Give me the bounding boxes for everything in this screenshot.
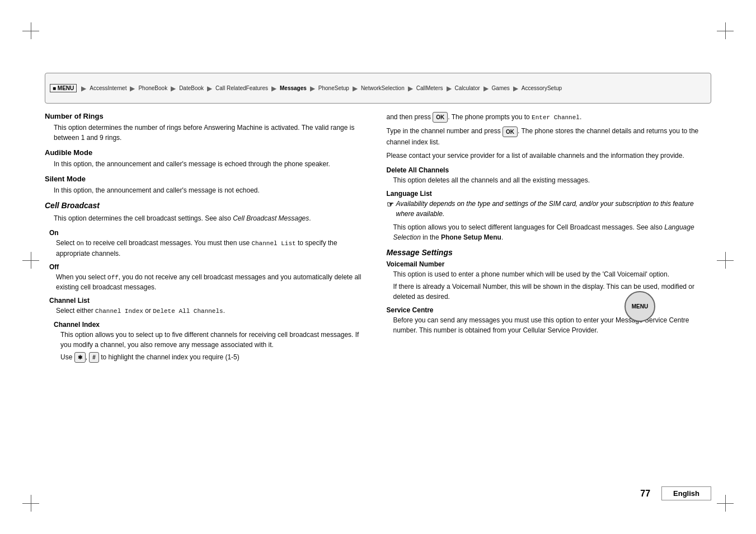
nav-arrow-10: ▶: [513, 85, 518, 92]
language-list-note: ☞ Availability depends on the type and s…: [387, 199, 712, 219]
note-icon: ☞: [387, 199, 394, 210]
audible-mode-title: Audible Mode: [45, 148, 370, 157]
section-on: On Select On to receive cell broadcast m…: [49, 229, 370, 259]
nav-menu-label: ■ MENU: [50, 84, 78, 92]
nav-messages[interactable]: Messages: [278, 84, 309, 93]
channel-index-note: Use ✱, # to highlight the channel index …: [60, 352, 370, 363]
continued-text-2: Type in the channel number and press OK.…: [387, 126, 712, 147]
left-column: Number of Rings This option determines t…: [45, 112, 370, 478]
section-silent-mode: Silent Mode In this option, the announce…: [45, 175, 370, 195]
menu-box: ■ MENU: [50, 84, 77, 92]
section-voicemail-number: Voicemail Number This option is used to …: [387, 260, 712, 302]
crosshair-top-left: [22, 22, 39, 39]
on-title: On: [49, 229, 370, 237]
section-language-list: Language List ☞ Availability depends on …: [387, 190, 712, 242]
channel-list-body: Select either Channel Index or Delete Al…: [56, 306, 370, 316]
voicemail-number-body2: If there is already a Voicemail Number, …: [393, 282, 712, 302]
audible-mode-body: In this option, the announcement and cal…: [54, 159, 370, 169]
service-centre-title: Service Centre: [387, 306, 712, 314]
cell-broadcast-intro: This option determines the cell broadcas…: [54, 213, 370, 223]
nav-arrow-5: ▶: [310, 85, 315, 92]
star-btn: ✱: [74, 352, 86, 363]
main-content: Number of Rings This option determines t…: [45, 112, 711, 478]
nav-arrow-1: ▶: [130, 85, 135, 92]
channel-list-title: Channel List: [49, 297, 370, 305]
crosshair-bot-right: [717, 495, 734, 512]
crosshair-top-right: [717, 22, 734, 39]
crosshair-mid-left: [22, 252, 39, 269]
language-list-note-text: Availability depends on the type and set…: [396, 199, 712, 219]
nav-calculator[interactable]: Calculator: [453, 84, 482, 93]
message-settings-title: Message Settings: [387, 248, 712, 257]
continued-text-3: Please contact your service provider for…: [387, 151, 712, 161]
delete-all-channels-title: Delete All Channels: [387, 166, 712, 174]
nav-arrow-3: ▶: [207, 85, 212, 92]
section-cell-broadcast: Cell Broadcast This option determines th…: [45, 201, 370, 363]
menu-button-illustration: MENU: [624, 291, 655, 322]
nav-phone-book[interactable]: PhoneBook: [136, 84, 170, 93]
nav-arrow-0: ▶: [81, 85, 86, 92]
nav-phone-setup[interactable]: PhoneSetup: [316, 84, 351, 93]
page-language: English: [673, 489, 699, 498]
nav-arrow-9: ▶: [483, 85, 489, 92]
voicemail-number-title: Voicemail Number: [387, 260, 712, 268]
nav-bar: ■ MENU ▶ AccessInternet ▶ PhoneBook ▶ Da…: [45, 73, 711, 104]
silent-mode-title: Silent Mode: [45, 175, 370, 183]
voicemail-number-body1: This option is used to enter a phone num…: [393, 269, 712, 279]
section-channel-list: Channel List Select either Channel Index…: [49, 297, 370, 316]
nav-arrow-2: ▶: [171, 85, 176, 92]
page-footer: 77 English: [640, 486, 711, 500]
off-title: Off: [49, 263, 370, 271]
language-list-body: This option allows you to select differe…: [393, 222, 712, 242]
silent-mode-body: In this option, the announcement and cal…: [54, 185, 370, 195]
section-audible-mode: Audible Mode In this option, the announc…: [45, 148, 370, 169]
cell-broadcast-title: Cell Broadcast: [45, 201, 370, 210]
off-body: When you select Off, you do not receive …: [56, 272, 370, 293]
section-service-centre: Service Centre Before you can send any m…: [387, 306, 712, 335]
crosshair-bot-left: [22, 495, 39, 512]
section-message-settings: Message Settings Voicemail Number This o…: [387, 248, 712, 335]
right-column: and then press OK. The phone prompts you…: [387, 112, 712, 478]
nav-call-related[interactable]: Call RelatedFeatures: [213, 84, 270, 93]
hash-btn: #: [89, 352, 99, 363]
nav-access-internet[interactable]: AccessInternet: [87, 84, 129, 93]
language-list-title: Language List: [387, 190, 712, 198]
nav-games[interactable]: Games: [490, 84, 512, 93]
ok-btn-1: OK: [433, 112, 448, 123]
nav-arrow-6: ▶: [353, 85, 358, 92]
number-of-rings-body: This option determines the number of rin…: [54, 123, 370, 143]
nav-date-book[interactable]: DateBook: [177, 84, 206, 93]
on-body: Select On to receive cell broadcast mess…: [56, 238, 370, 259]
nav-accessory-setup[interactable]: AccessorySetup: [519, 84, 564, 93]
page-number: 77: [640, 489, 650, 499]
number-of-rings-title: Number of Rings: [45, 112, 370, 120]
section-delete-all-channels: Delete All Channels This option deletes …: [387, 166, 712, 185]
crosshair-mid-right: [717, 252, 734, 269]
channel-index-body: This option allows you to select up to f…: [60, 330, 370, 350]
continued-text-1: and then press OK. The phone prompts you…: [387, 112, 712, 123]
nav-arrow-4: ▶: [271, 85, 276, 92]
ok-btn-2: OK: [503, 127, 518, 137]
nav-network-selection[interactable]: NetworkSelection: [359, 84, 407, 93]
nav-arrow-8: ▶: [447, 85, 452, 92]
nav-arrow-7: ▶: [408, 85, 413, 92]
delete-all-channels-body: This option deletes all the channels and…: [393, 175, 712, 185]
channel-index-title: Channel Index: [54, 321, 370, 329]
section-off: Off When you select Off, you do not rece…: [49, 263, 370, 293]
page-language-box: English: [661, 486, 711, 500]
section-number-of-rings: Number of Rings This option determines t…: [45, 112, 370, 143]
service-centre-body: Before you can send any messages you mus…: [393, 315, 712, 335]
nav-call-meters[interactable]: CallMeters: [414, 84, 445, 93]
section-channel-index: Channel Index This option allows you to …: [54, 321, 370, 363]
